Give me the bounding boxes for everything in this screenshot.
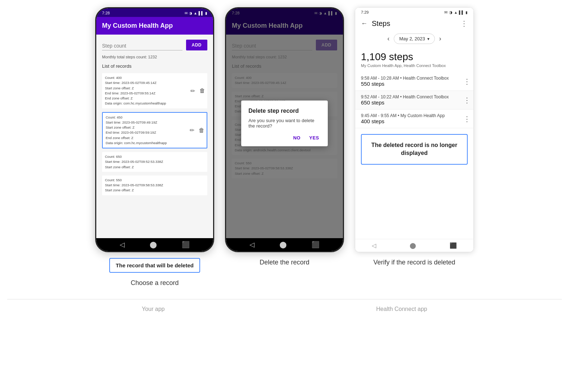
phone2-dialog-title: Delete step record	[248, 108, 321, 114]
phone1-app-name: My Custom Health App	[102, 22, 173, 29]
phone3-wifi-icon: ▲	[454, 10, 458, 14]
r1-origin: Data origin: com.hc.mycustomhealthapp	[105, 101, 191, 106]
main-layout: 7:28 ✉ ◑ ▲ ▌▌ ▮ My Custom Health App	[7, 7, 562, 288]
r3-start: Start time: 2023-05-02T09:52:53.338Z	[105, 159, 191, 164]
phone3-signal-icon: ▌▌	[459, 10, 464, 14]
r2-end-zone: End zone offset: Z	[106, 135, 191, 141]
phone1-status-icons: ✉ ◑ ▲ ▌▌ ▮	[185, 11, 207, 15]
phone3-date-label: May 2, 2023	[399, 36, 425, 41]
phone1-home-nav-btn[interactable]: ⬤	[150, 241, 157, 249]
phone1-content: ADD Monthly total steps count: 1232 List…	[96, 35, 213, 238]
phone1-record-3: Count: 650 Start time: 2023-05-02T09:52:…	[102, 152, 207, 172]
phone1-signal-icon: ▌▌	[199, 11, 204, 15]
phone2-dialog-actions: NO YES	[248, 134, 321, 142]
phone1-app-header: My Custom Health App	[96, 17, 213, 35]
phone2-home-nav-btn[interactable]: ⬤	[279, 241, 287, 249]
phone1-mail-icon: ✉	[185, 11, 188, 15]
phone1-step-input[interactable]	[102, 41, 182, 50]
r1-end: End time: 2023-05-02T09:55:14Z	[105, 91, 191, 96]
phone3-steps-sources: My Custom Health App, Health Connect Too…	[361, 63, 468, 68]
phone1-input-row: ADD	[102, 40, 207, 50]
phone1-annotation-box: The record that will be deleted	[109, 258, 200, 273]
r2-end: End time: 2023-05-02T09:59:19Z	[106, 130, 191, 135]
phone3-caption: Verify if the record is deleted	[373, 258, 455, 267]
phone3-hc-content: 9:58 AM - 10:28 AM • Health Connect Tool…	[355, 69, 473, 239]
phone1-recents-nav-btn[interactable]: ⬛	[182, 241, 190, 249]
phone3-next-date-btn[interactable]: ›	[439, 35, 441, 43]
phone3-column: 7:29 ✉ ◑ ▲ ▌▌ ▮ ← Steps ⋮	[355, 7, 474, 267]
phone2-nav-bar: ◁ ⬤ ⬛	[226, 238, 343, 251]
your-app-label: Your app	[142, 306, 164, 312]
phone1-nav-bar: ◁ ⬤ ⬛	[96, 238, 213, 251]
phone2-dialog-overlay: Delete step record Are you sure you want…	[226, 8, 343, 238]
phone1-record1-actions: ✏ 🗑	[190, 86, 206, 95]
bottom-section: Your app Health Connect app	[7, 296, 562, 316]
phone3-record-2: 9:52 AM - 10:22 AM • Health Connect Tool…	[355, 91, 473, 110]
phone1-add-btn[interactable]: ADD	[186, 40, 208, 50]
phone3-date-chip[interactable]: May 2, 2023 ▾	[394, 34, 435, 44]
phone3-total-steps-section: 1,109 steps My Custom Health App, Health…	[355, 47, 473, 69]
phone3-date-nav: ‹ May 2, 2023 ▾ ›	[355, 31, 473, 47]
phone3-record-3: 9:45 AM - 9:55 AM • My Custom Health App…	[355, 110, 473, 128]
app-type-labels: Your app Health Connect app	[7, 302, 562, 316]
phone2-no-btn[interactable]: NO	[292, 134, 302, 142]
phone1-list-header: List of records	[102, 63, 207, 69]
phone1-column: 7:28 ✉ ◑ ▲ ▌▌ ▮ My Custom Health App	[95, 7, 214, 288]
phone1-status-bar: 7:28 ✉ ◑ ▲ ▌▌ ▮	[96, 8, 213, 17]
phone3-back-btn[interactable]: ←	[361, 20, 367, 27]
hc-app-label: Health Connect app	[376, 306, 427, 312]
phone3-screen-title: Steps	[372, 19, 390, 28]
phone3-alarm-icon: ◑	[449, 10, 453, 15]
phone1-screen: 7:28 ✉ ◑ ▲ ▌▌ ▮ My Custom Health App	[96, 8, 213, 251]
phone1-content-inner: ADD Monthly total steps count: 1232 List…	[96, 35, 213, 201]
phone3-record3-more-btn[interactable]: ⋮	[463, 115, 471, 123]
phone1-record3-text: Count: 650 Start time: 2023-05-02T09:52:…	[105, 154, 204, 170]
phone2-recents-nav-btn[interactable]: ⬛	[312, 241, 319, 249]
phone3-record3-time: 9:45 AM - 9:55 AM • My Custom Health App	[361, 113, 468, 118]
phone3-home-nav-btn[interactable]: ⬤	[410, 242, 416, 249]
r3-start-zone: Start zone offset: Z	[105, 165, 191, 170]
phone3-record2-steps: 650 steps	[361, 99, 468, 106]
r3-count: Count: 650	[105, 154, 191, 159]
phone1-wifi-icon: ▲	[194, 11, 197, 15]
phone3-battery-icon: ▮	[466, 10, 468, 14]
phone3-record3-steps: 400 steps	[361, 118, 468, 124]
phone1-back-nav-btn[interactable]: ◁	[120, 241, 125, 249]
phone1-annotation-text: The record that will be deleted	[116, 262, 194, 268]
phone3-record1-steps: 550 steps	[361, 81, 468, 87]
phone1-caption: Choose a record	[131, 279, 178, 288]
phone3-record2-more-btn[interactable]: ⋮	[463, 96, 471, 104]
r4-start: Start time: 2023-05-02T09:58:53.338Z	[105, 183, 191, 188]
phone3-record1-time: 9:58 AM - 10:28 AM • Health Connect Tool…	[361, 76, 468, 81]
r1-start: Start time: 2023-05-02T09:45:14Z	[105, 80, 191, 85]
phone1-record2-actions: ✏ 🗑	[189, 126, 205, 134]
phone3-deleted-text: The deleted record is no longer displaye…	[371, 142, 457, 156]
phone3-nav-bar: ◁ ⬤ ⬛	[355, 239, 473, 252]
phone2-screen: 7:28 ✉ ◑ ▲ ▌▌ ▮ My Custom Health App	[226, 8, 343, 251]
phone3-record2-time: 9:52 AM - 10:22 AM • Health Connect Tool…	[361, 94, 468, 99]
phone3-hc-header-left: ← Steps	[361, 19, 390, 28]
phone3-status-bar: 7:29 ✉ ◑ ▲ ▌▌ ▮	[355, 8, 473, 16]
main-divider	[7, 299, 562, 299]
phone3-recents-nav-btn[interactable]: ⬛	[450, 242, 457, 249]
phone2-dialog-box: Delete step record Are you sure you want…	[241, 101, 328, 146]
phone1-record-2: Count: 450 Start time: 2023-05-02T09:49:…	[102, 112, 207, 149]
phone3-prev-date-btn[interactable]: ‹	[387, 35, 389, 43]
phone1-record-1: Count: 400 Start time: 2023-05-02T09:45:…	[102, 73, 207, 108]
phone2-dialog-body: Are you sure you want to delete the reco…	[248, 118, 321, 129]
phone1-battery-icon: ▮	[205, 11, 207, 15]
phone1-record-4: Count: 550 Start time: 2023-05-02T09:58:…	[102, 175, 207, 195]
phone2-yes-btn[interactable]: YES	[308, 134, 321, 142]
phone1-record4-text: Count: 550 Start time: 2023-05-02T09:58:…	[105, 178, 204, 193]
phone1-alarm-icon: ◑	[189, 11, 192, 15]
phone1-record1-edit-btn[interactable]: ✏	[190, 86, 196, 95]
phone2-back-nav-btn[interactable]: ◁	[250, 241, 255, 249]
phone3-record1-more-btn[interactable]: ⋮	[463, 77, 471, 86]
phone3-more-btn[interactable]: ⋮	[460, 19, 468, 28]
phone3-back-nav-btn[interactable]: ◁	[372, 242, 376, 249]
phone1-record1-delete-btn[interactable]: 🗑	[199, 86, 206, 95]
phone3-steps-count: 1,109 steps	[361, 51, 468, 63]
phone1-record2-delete-btn[interactable]: 🗑	[198, 126, 205, 134]
phone1-record2-edit-btn[interactable]: ✏	[189, 126, 195, 134]
phone3-hc-header: ← Steps ⋮	[355, 16, 473, 31]
